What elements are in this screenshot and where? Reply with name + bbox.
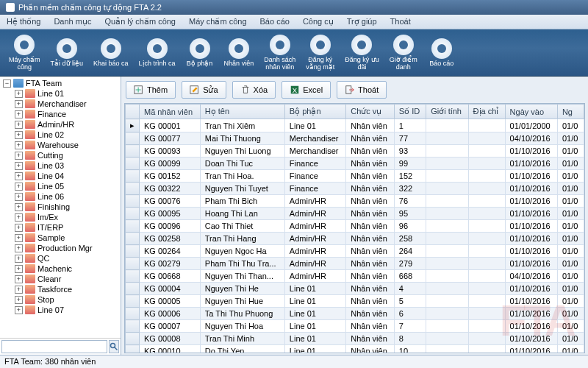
row-handle[interactable]: [126, 333, 140, 345]
cell-name[interactable]: Nguyen Thi Than...: [200, 270, 284, 283]
cell-name[interactable]: Tran Thi Hang: [200, 233, 284, 245]
cell-sid[interactable]: 5: [394, 295, 426, 308]
cell-id[interactable]: KG 00077: [140, 132, 201, 145]
tree-node-line05[interactable]: +Line 05: [1, 181, 119, 191]
tree[interactable]: −FTA Team+Line 01+Merchandiser+Finance+A…: [0, 77, 121, 338]
cell-gender[interactable]: [426, 220, 468, 233]
tool-employee[interactable]: Nhân viên: [220, 32, 259, 73]
cell-date[interactable]: 01/10/2016: [505, 308, 557, 320]
menu-boco[interactable]: Báo cáo: [254, 15, 296, 29]
cell-sid[interactable]: 8: [394, 333, 426, 345]
table-row[interactable]: KG 00099Doan Thi TucFinanceNhân viên9901…: [126, 158, 584, 170]
col-header[interactable]: Số ID: [394, 105, 426, 119]
cell-date[interactable]: 01/10/2016: [505, 208, 557, 220]
tree-node-machenic[interactable]: +Machenic: [1, 263, 119, 274]
cell-id[interactable]: KG 00004: [140, 283, 201, 295]
cell-addr[interactable]: [468, 270, 505, 283]
expand-icon[interactable]: +: [15, 306, 23, 314]
row-handle[interactable]: [126, 283, 140, 295]
cell-date[interactable]: 01/10/2016: [505, 320, 557, 333]
cell-dept[interactable]: Line 01: [284, 283, 345, 295]
cell-name[interactable]: Nguyen Ngoc Ha: [200, 245, 284, 258]
cell-sid[interactable]: 152: [394, 170, 426, 183]
cell-gender[interactable]: [426, 320, 468, 333]
tree-node-warehouse[interactable]: +Warehouse: [1, 140, 119, 150]
row-handle[interactable]: [126, 132, 140, 145]
cell-id[interactable]: KG 00152: [140, 170, 201, 183]
expand-icon[interactable]: +: [15, 110, 23, 118]
cell-id[interactable]: KG 00264: [140, 245, 201, 258]
cell-gender[interactable]: [426, 245, 468, 258]
cell-id[interactable]: KG 00008: [140, 333, 201, 345]
cell-sid[interactable]: 93: [394, 145, 426, 158]
cell-sid[interactable]: 76: [394, 195, 426, 208]
expand-icon[interactable]: +: [15, 193, 23, 201]
cell-dept[interactable]: Finance: [284, 158, 345, 170]
cell-d2[interactable]: 01/0: [557, 333, 584, 345]
cell-date[interactable]: 01/10/2016: [505, 195, 557, 208]
cell-sid[interactable]: 258: [394, 233, 426, 245]
expand-icon[interactable]: +: [15, 265, 23, 273]
menu-thot[interactable]: Thoát: [384, 15, 417, 29]
cell-date[interactable]: 01/10/2016: [505, 220, 557, 233]
tree-node-stop[interactable]: +Stop: [1, 294, 119, 305]
delete-button[interactable]: Xóa: [232, 81, 276, 99]
cell-dept[interactable]: Admin/HR: [284, 208, 345, 220]
cell-pos[interactable]: Nhân viên: [346, 245, 395, 258]
cell-d2[interactable]: 01/0: [557, 220, 584, 233]
cell-id[interactable]: KG 00096: [140, 220, 201, 233]
tool-machine[interactable]: Máy chấm công: [4, 32, 45, 73]
cell-addr[interactable]: [468, 258, 505, 270]
table-row[interactable]: KG 00093Nguyen Thi LuongMerchandiserNhân…: [126, 145, 584, 158]
cell-id[interactable]: KG 00076: [140, 195, 201, 208]
cell-d2[interactable]: 01/0: [557, 132, 584, 145]
cell-name[interactable]: Pham Thi Thu Tra...: [200, 258, 284, 270]
cell-gender[interactable]: [426, 195, 468, 208]
cell-d2[interactable]: 01/0: [557, 233, 584, 245]
table-row[interactable]: KG 00004Nguyen Thi HeLine 01Nhân viên401…: [126, 283, 584, 295]
excel-button[interactable]: X Excel: [282, 81, 331, 99]
cell-d2[interactable]: 01/0: [557, 295, 584, 308]
cell-addr[interactable]: [468, 132, 505, 145]
cell-dept[interactable]: Line 01: [284, 333, 345, 345]
cell-d2[interactable]: 01/0: [557, 245, 584, 258]
table-row[interactable]: KG 00006Ta Thi Thu PhuongLine 01Nhân viê…: [126, 308, 584, 320]
cell-pos[interactable]: Nhân viên: [346, 220, 395, 233]
tool-report[interactable]: Báo cáo: [423, 32, 460, 73]
cell-sid[interactable]: 77: [394, 132, 426, 145]
cell-pos[interactable]: Nhân viên: [346, 119, 395, 132]
cell-name[interactable]: Mai Thi Thuong: [200, 132, 284, 145]
row-handle[interactable]: [126, 258, 140, 270]
table-row[interactable]: KG 00096Cao Thi ThietAdmin/HRNhân viên96…: [126, 220, 584, 233]
row-handle[interactable]: [126, 145, 140, 158]
tree-node-cutting[interactable]: +Cutting: [1, 150, 119, 160]
cell-d2[interactable]: 01/0: [557, 320, 584, 333]
cell-name[interactable]: Cao Thi Thiet: [200, 220, 284, 233]
cell-id[interactable]: KG 00005: [140, 295, 201, 308]
cell-gender[interactable]: [426, 283, 468, 295]
cell-date[interactable]: 01/10/2016: [505, 170, 557, 183]
cell-addr[interactable]: [468, 220, 505, 233]
row-handle[interactable]: [126, 245, 140, 258]
cell-addr[interactable]: [468, 345, 505, 354]
cell-sid[interactable]: 6: [394, 308, 426, 320]
cell-dept[interactable]: Admin/HR: [284, 270, 345, 283]
expand-icon[interactable]: +: [15, 131, 23, 139]
table-row[interactable]: KG 00264Nguyen Ngoc HaAdmin/HRNhân viên2…: [126, 245, 584, 258]
cell-sid[interactable]: 96: [394, 220, 426, 233]
cell-d2[interactable]: 01/0: [557, 183, 584, 195]
cell-dept[interactable]: Admin/HR: [284, 258, 345, 270]
cell-sid[interactable]: 279: [394, 258, 426, 270]
cell-name[interactable]: Doan Thi Tuc: [200, 158, 284, 170]
tree-node-line04[interactable]: +Line 04: [1, 171, 119, 181]
expand-icon[interactable]: +: [15, 90, 23, 98]
cell-dept[interactable]: Admin/HR: [284, 233, 345, 245]
expand-icon[interactable]: +: [15, 172, 23, 180]
tree-node-merchandiser[interactable]: +Merchandiser: [1, 99, 119, 109]
table-row[interactable]: KG 00008Tran Thi MinhLine 01Nhân viên801…: [126, 333, 584, 345]
cell-id[interactable]: KG 00258: [140, 233, 201, 245]
cell-id[interactable]: KG 00668: [140, 270, 201, 283]
cell-d2[interactable]: 01/0: [557, 258, 584, 270]
cell-addr[interactable]: [468, 333, 505, 345]
cell-id[interactable]: KG 00322: [140, 183, 201, 195]
